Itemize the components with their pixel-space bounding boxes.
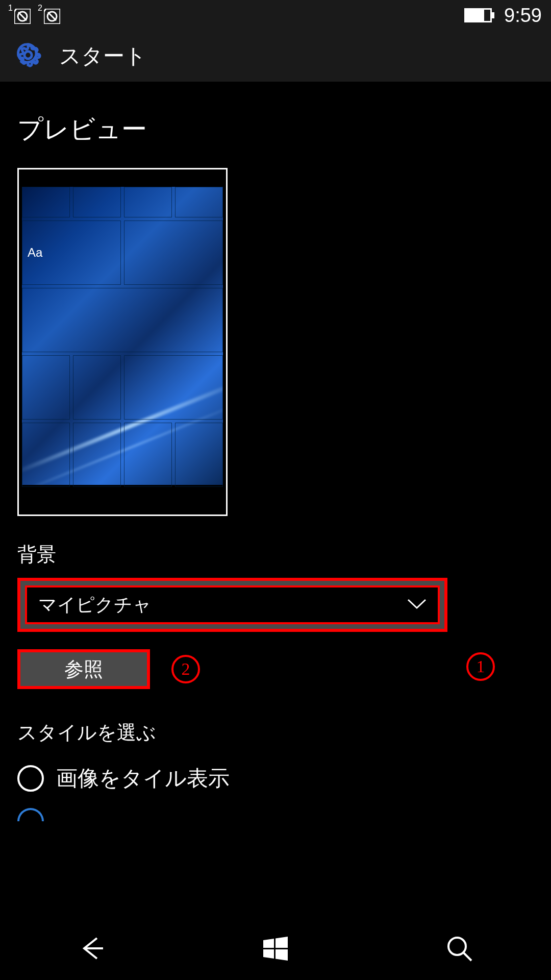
- sim2-number: 2: [38, 4, 42, 13]
- browse-button-label: 参照: [64, 656, 103, 682]
- preview-sample-text: Aa: [28, 246, 42, 260]
- chevron-down-icon: [407, 598, 427, 612]
- sim2-icon: 2: [39, 6, 61, 25]
- dropdown-selected: マイピクチャ: [38, 593, 152, 618]
- annotation-1: 1: [466, 652, 495, 681]
- clock: 9:59: [504, 5, 542, 27]
- radio-icon-selected: [17, 808, 44, 821]
- status-right: 9:59: [464, 5, 542, 27]
- background-dropdown[interactable]: マイピクチャ: [17, 578, 447, 632]
- header: スタート: [0, 31, 551, 82]
- page-title: スタート: [59, 42, 146, 70]
- style-label: スタイルを選ぶ: [17, 720, 534, 746]
- preview-title: プレビュー: [17, 112, 534, 146]
- search-button[interactable]: [444, 933, 474, 966]
- style-option-2-partial[interactable]: [17, 808, 534, 821]
- radio-icon: [17, 765, 44, 792]
- battery-icon: [464, 8, 492, 22]
- annotation-2: 2: [171, 655, 200, 683]
- svg-point-6: [448, 938, 466, 955]
- browse-button[interactable]: 参照: [17, 649, 150, 689]
- gear-icon[interactable]: [14, 41, 42, 71]
- start-button[interactable]: [260, 933, 291, 966]
- radio-label-1: 画像をタイル表示: [56, 764, 230, 793]
- svg-line-7: [464, 953, 471, 961]
- style-option-1[interactable]: 画像をタイル表示: [17, 764, 534, 793]
- tile-grid: Aa: [22, 187, 223, 485]
- back-button[interactable]: [77, 933, 107, 966]
- status-bar: 1 2 9:59: [0, 0, 551, 31]
- background-label: 背景: [17, 542, 534, 568]
- sim1-icon: 1: [9, 6, 32, 25]
- sim1-number: 1: [8, 4, 13, 13]
- status-left: 1 2: [9, 6, 61, 25]
- nav-bar: [0, 919, 551, 980]
- content: プレビュー Aa 背景 マイピクチャ 参照 2 スタイルを: [0, 82, 551, 821]
- svg-point-4: [24, 52, 32, 59]
- preview-frame: Aa: [17, 168, 228, 516]
